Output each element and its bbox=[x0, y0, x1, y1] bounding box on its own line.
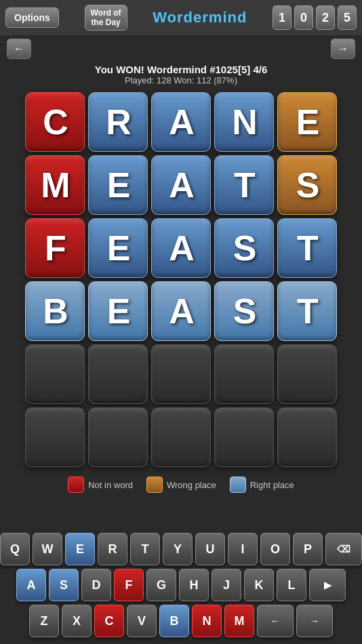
key-g[interactable]: G bbox=[146, 569, 176, 601]
legend-not-in-word: Not in word bbox=[68, 477, 133, 493]
key-b[interactable]: B bbox=[159, 605, 189, 637]
game-grid: CRANEMEATSFEASTBEAST bbox=[0, 88, 362, 472]
puzzle-number-display: 1 0 2 5 bbox=[273, 5, 357, 30]
key-i[interactable]: I bbox=[228, 533, 258, 565]
key-d[interactable]: D bbox=[81, 569, 111, 601]
app-title: Wordermind bbox=[153, 9, 247, 26]
digit-1: 0 bbox=[294, 5, 313, 30]
keyboard-row-2: ZXCVBNM←→ bbox=[29, 605, 333, 637]
cell-1-3: T bbox=[214, 155, 274, 215]
cell-3-3: S bbox=[214, 281, 274, 341]
keyboard-row-1: ASDFGHJKL▶ bbox=[16, 569, 346, 601]
cell-4-1 bbox=[88, 344, 148, 404]
cell-5-4 bbox=[277, 407, 337, 467]
digit-2: 2 bbox=[316, 5, 335, 30]
key-c[interactable]: C bbox=[94, 605, 124, 637]
key-a[interactable]: A bbox=[16, 569, 46, 601]
prev-button[interactable]: ← bbox=[7, 39, 31, 59]
options-button[interactable]: Options bbox=[5, 7, 59, 28]
legend: Not in word Wrong place Right place bbox=[0, 472, 362, 497]
key-t[interactable]: T bbox=[130, 533, 160, 565]
key-x[interactable]: X bbox=[62, 605, 92, 637]
cell-2-2: A bbox=[151, 218, 211, 278]
key-s[interactable]: S bbox=[49, 569, 79, 601]
legend-right-place: Right place bbox=[230, 477, 294, 493]
legend-swatch-red bbox=[68, 477, 84, 493]
legend-label-blue: Right place bbox=[250, 480, 294, 490]
cell-5-3 bbox=[214, 407, 274, 467]
cell-1-2: A bbox=[151, 155, 211, 215]
legend-swatch-blue bbox=[230, 477, 246, 493]
cell-0-1: R bbox=[88, 92, 148, 152]
key-e[interactable]: E bbox=[65, 533, 95, 565]
grid-row-3: BEAST bbox=[25, 281, 337, 341]
key-h[interactable]: H bbox=[179, 569, 209, 601]
cell-5-2 bbox=[151, 407, 211, 467]
key-sym[interactable]: ← bbox=[257, 605, 294, 637]
top-bar: Options Word of the Day Wordermind 1 0 2… bbox=[0, 0, 362, 35]
key-y[interactable]: Y bbox=[163, 533, 193, 565]
keyboard-row-0: QWERTYUIOP⌫ bbox=[0, 533, 362, 565]
grid-row-4 bbox=[25, 344, 337, 404]
key-j[interactable]: J bbox=[212, 569, 241, 601]
status-area: You WON! Wordermind #1025[5] 4/6 Played:… bbox=[0, 62, 362, 88]
key-sym[interactable]: ▶ bbox=[309, 569, 346, 601]
cell-1-4: S bbox=[277, 155, 337, 215]
status-line2: Played: 128 Won: 112 (87%) bbox=[0, 75, 362, 85]
grid-row-5 bbox=[25, 407, 337, 467]
legend-label-red: Not in word bbox=[88, 480, 133, 490]
cell-2-1: E bbox=[88, 218, 148, 278]
key-n[interactable]: N bbox=[192, 605, 222, 637]
cell-4-2 bbox=[151, 344, 211, 404]
key-f[interactable]: F bbox=[114, 569, 144, 601]
cell-2-4: T bbox=[277, 218, 337, 278]
word-of-day-button[interactable]: Word of the Day bbox=[85, 5, 127, 31]
cell-2-0: F bbox=[25, 218, 85, 278]
digit-0: 1 bbox=[273, 5, 291, 30]
nav-row: ← → bbox=[0, 35, 362, 62]
cell-0-2: A bbox=[151, 92, 211, 152]
key-k[interactable]: K bbox=[244, 569, 274, 601]
cell-3-0: B bbox=[25, 281, 85, 341]
next-button[interactable]: → bbox=[331, 39, 355, 59]
cell-0-4: E bbox=[277, 92, 337, 152]
key-sym[interactable]: → bbox=[296, 605, 333, 637]
keyboard: QWERTYUIOP⌫ASDFGHJKL▶ZXCVBNM←→ bbox=[0, 533, 362, 637]
cell-5-1 bbox=[88, 407, 148, 467]
legend-label-orange: Wrong place bbox=[167, 480, 216, 490]
cell-0-3: N bbox=[214, 92, 274, 152]
cell-4-4 bbox=[277, 344, 337, 404]
key-l[interactable]: L bbox=[277, 569, 306, 601]
key-v[interactable]: V bbox=[127, 605, 157, 637]
cell-4-0 bbox=[25, 344, 85, 404]
key-r[interactable]: R bbox=[98, 533, 127, 565]
cell-1-1: E bbox=[88, 155, 148, 215]
key-sym[interactable]: ⌫ bbox=[325, 533, 362, 565]
cell-4-3 bbox=[214, 344, 274, 404]
cell-3-4: T bbox=[277, 281, 337, 341]
grid-row-0: CRANE bbox=[25, 92, 337, 152]
cell-3-1: E bbox=[88, 281, 148, 341]
cell-0-0: C bbox=[25, 92, 85, 152]
key-u[interactable]: U bbox=[195, 533, 225, 565]
grid-row-1: MEATS bbox=[25, 155, 337, 215]
legend-swatch-orange bbox=[146, 477, 163, 493]
cell-2-3: S bbox=[214, 218, 274, 278]
cell-3-2: A bbox=[151, 281, 211, 341]
grid-row-2: FEAST bbox=[25, 218, 337, 278]
legend-wrong-place: Wrong place bbox=[146, 477, 216, 493]
key-q[interactable]: Q bbox=[0, 533, 30, 565]
key-w[interactable]: W bbox=[33, 533, 62, 565]
cell-1-0: M bbox=[25, 155, 85, 215]
status-line1: You WON! Wordermind #1025[5] 4/6 bbox=[0, 64, 362, 75]
key-z[interactable]: Z bbox=[29, 605, 59, 637]
key-o[interactable]: O bbox=[260, 533, 290, 565]
key-m[interactable]: M bbox=[224, 605, 254, 637]
cell-5-0 bbox=[25, 407, 85, 467]
key-p[interactable]: P bbox=[293, 533, 323, 565]
digit-3: 5 bbox=[338, 5, 357, 30]
